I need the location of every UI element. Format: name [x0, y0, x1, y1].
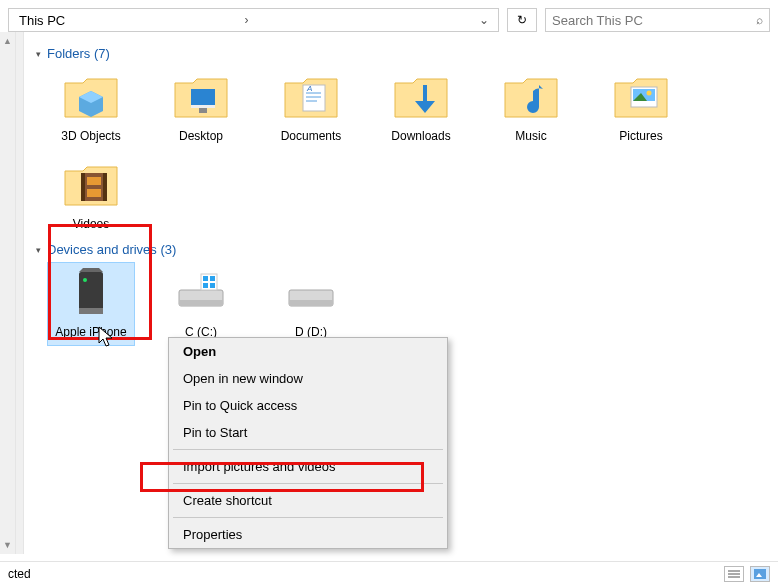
svg-rect-36 — [754, 569, 766, 579]
svg-rect-15 — [81, 173, 85, 201]
folder-icon — [48, 67, 134, 127]
svg-point-13 — [647, 91, 652, 96]
vertical-scrollbar[interactable]: ▲ ▼ — [0, 32, 16, 554]
folders-grid: 3D Objects Desktop — [48, 67, 764, 232]
svg-rect-16 — [103, 173, 107, 201]
folder-label: 3D Objects — [48, 129, 134, 145]
folder-label: Music — [488, 129, 574, 145]
menu-item-pin-start[interactable]: Pin to Start — [169, 419, 447, 446]
svg-rect-31 — [289, 300, 333, 306]
chevron-right-icon[interactable]: › — [237, 13, 257, 27]
drive-c[interactable]: C (C:) — [158, 263, 244, 345]
folder-icon — [488, 67, 574, 127]
drive-d[interactable]: D (D:) — [268, 263, 354, 345]
folder-videos[interactable]: Videos — [48, 155, 134, 233]
status-text: cted — [8, 567, 31, 581]
menu-item-pin-quick-access[interactable]: Pin to Quick access — [169, 392, 447, 419]
refresh-icon: ↻ — [517, 13, 527, 27]
chevron-down-icon[interactable]: ⌄ — [474, 13, 494, 27]
folder-label: Documents — [268, 129, 354, 145]
folder-icon: A — [268, 67, 354, 127]
folder-documents[interactable]: A Documents — [268, 67, 354, 145]
refresh-button[interactable]: ↻ — [507, 8, 537, 32]
scroll-up-icon[interactable]: ▲ — [3, 32, 12, 50]
svg-rect-4 — [199, 108, 207, 113]
view-thumbnails-button[interactable] — [750, 566, 770, 582]
menu-item-properties[interactable]: Properties — [169, 521, 447, 548]
annotation-highlight — [140, 462, 424, 492]
status-bar: cted — [0, 561, 778, 585]
svg-rect-29 — [210, 283, 215, 288]
context-menu: Open Open in new window Pin to Quick acc… — [168, 337, 448, 549]
menu-item-open[interactable]: Open — [169, 338, 447, 365]
search-input[interactable]: Search This PC ⌕ — [545, 8, 770, 32]
breadcrumb-location[interactable]: This PC — [13, 13, 237, 28]
folder-icon — [48, 155, 134, 215]
folder-icon — [158, 67, 244, 127]
chevron-down-icon: ▾ — [36, 49, 41, 59]
svg-rect-24 — [179, 300, 223, 306]
folder-label: Downloads — [378, 129, 464, 145]
svg-rect-17 — [87, 177, 101, 185]
folder-3d-objects[interactable]: 3D Objects — [48, 67, 134, 145]
folder-icon — [378, 67, 464, 127]
menu-item-open-new-window[interactable]: Open in new window — [169, 365, 447, 392]
menu-separator — [173, 517, 443, 518]
view-details-button[interactable] — [724, 566, 744, 582]
svg-rect-27 — [210, 276, 215, 281]
folder-label: Desktop — [158, 129, 244, 145]
folder-icon — [598, 67, 684, 127]
svg-rect-26 — [203, 276, 208, 281]
group-label-folders: Folders (7) — [47, 46, 110, 61]
svg-rect-3 — [191, 105, 215, 108]
chevron-down-icon: ▾ — [36, 245, 41, 255]
annotation-highlight — [48, 224, 152, 340]
address-bar[interactable]: This PC › ⌄ — [8, 8, 499, 32]
drive-icon — [268, 263, 354, 323]
search-icon: ⌕ — [756, 13, 763, 27]
folder-pictures[interactable]: Pictures — [598, 67, 684, 145]
folder-downloads[interactable]: Downloads — [378, 67, 464, 145]
svg-rect-18 — [87, 189, 101, 197]
scroll-down-icon[interactable]: ▼ — [3, 536, 12, 554]
search-placeholder: Search This PC — [552, 13, 756, 28]
svg-rect-2 — [191, 89, 215, 107]
group-header-folders[interactable]: ▾ Folders (7) — [36, 46, 764, 61]
nav-pane-gutter — [16, 32, 24, 554]
folder-music[interactable]: Music — [488, 67, 574, 145]
menu-separator — [173, 449, 443, 450]
drive-icon — [158, 263, 244, 323]
svg-text:A: A — [306, 84, 312, 93]
svg-rect-28 — [203, 283, 208, 288]
folder-label: Pictures — [598, 129, 684, 145]
devices-grid: Apple iPhone C (C:) — [48, 263, 764, 345]
folder-desktop[interactable]: Desktop — [158, 67, 244, 145]
